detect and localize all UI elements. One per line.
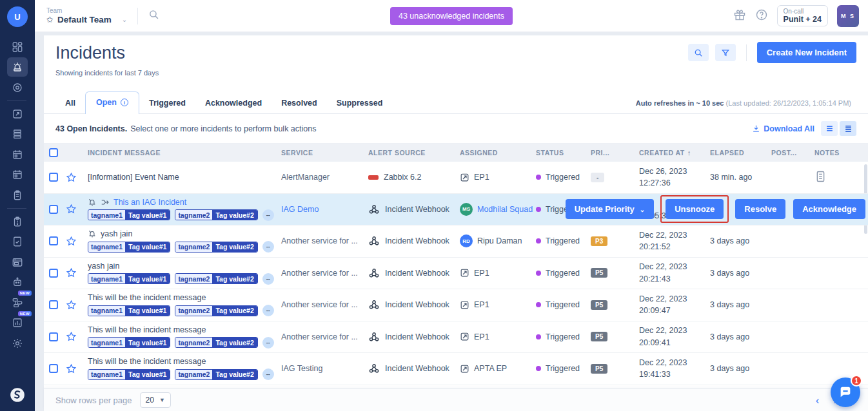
row-checkbox[interactable] [49,332,58,341]
assignee-name[interactable]: Modhilal Squad [477,205,533,214]
more-tags-button[interactable]: -- [262,273,274,285]
help-icon[interactable] [755,8,768,24]
column-header-created-at[interactable]: CREATED AT↑ [639,149,710,157]
create-new-incident-button[interactable]: Create New Incident [757,42,856,63]
rows-per-page-select[interactable]: 20▼ [140,392,171,408]
tab-triggered[interactable]: Triggered [139,93,195,113]
sidebar-item-schedules[interactable] [7,145,28,164]
column-header-service[interactable]: SERVICE [281,149,368,157]
sidebar-item-schedules-v2[interactable] [7,165,28,184]
column-header-elapsed[interactable]: ELAPSED [710,149,771,157]
column-header-assigned[interactable]: ASSIGNED [460,149,536,157]
incident-message[interactable]: This will be the incident message [88,293,206,302]
priority-badge[interactable]: P5 [591,268,607,278]
team-selector[interactable]: Team ✩ Default Team ⌄ [46,7,127,24]
notes-icon[interactable] [814,169,868,186]
sidebar-item-workflows[interactable]: NEW [7,293,28,312]
service-name[interactable]: Another service for ... [281,236,368,245]
star-icon[interactable] [66,267,77,278]
more-tags-button[interactable]: -- [262,337,274,349]
chat-widget-button[interactable]: 1 [831,378,860,407]
sidebar-item-status-checks[interactable] [7,232,28,251]
unacknowledged-incidents-badge[interactable]: 43 unacknowledged incidents [390,7,513,25]
row-checkbox[interactable] [49,236,58,245]
assignee-name[interactable]: EP1 [474,300,489,309]
sidebar-item-incidents[interactable] [7,57,28,77]
row-checkbox[interactable] [49,364,58,373]
sidebar-item-runbooks[interactable] [7,124,28,144]
more-tags-button[interactable]: -- [262,368,274,380]
global-search-icon[interactable] [148,9,159,23]
priority-badge[interactable]: P3 [591,236,607,246]
assignee-name[interactable]: EP1 [474,332,489,341]
row-checkbox[interactable] [49,300,58,309]
star-icon[interactable] [66,204,77,215]
more-tags-button[interactable]: -- [262,209,274,221]
sidebar-item-analytics[interactable] [7,313,28,332]
priority-badge[interactable]: P5 [591,332,607,341]
column-header-notes[interactable]: NOTES [814,149,868,157]
star-icon[interactable] [66,363,77,374]
assignee-name[interactable]: Ripu Daman [477,236,522,245]
tab-open[interactable]: Openi [85,91,139,114]
incident-message[interactable]: This will be the incident message [88,357,206,366]
search-incidents-button[interactable] [688,44,709,61]
prev-page-button[interactable]: ‹ [816,395,820,406]
acknowledge-button[interactable]: Acknowledge [793,199,865,219]
select-all-checkbox[interactable] [49,148,58,157]
column-header-alert-source[interactable]: ALERT SOURCE [368,149,460,157]
sidebar-item-dashboard[interactable] [7,37,28,57]
sidebar-item-postmortems[interactable] [7,186,28,205]
incident-message[interactable]: [Information] Event Name [88,173,179,182]
priority-badge[interactable]: P5 [591,300,607,310]
star-icon[interactable] [66,331,77,342]
oncall-widget[interactable]: On-call Punit + 24 [777,5,828,26]
service-name[interactable]: IAG Demo [281,205,368,214]
incident-message[interactable]: yash jain [101,229,132,238]
column-header-status[interactable]: STATUS [536,149,591,157]
priority-badge[interactable]: P5 [591,364,607,374]
star-icon[interactable] [66,300,77,311]
filter-button[interactable] [715,44,736,61]
gift-icon[interactable] [733,8,746,24]
star-icon[interactable] [66,236,77,247]
more-tags-button[interactable]: -- [262,305,274,316]
tab-suppressed[interactable]: Suppressed [327,93,393,113]
unsnooze-button[interactable]: Unsnooze [666,199,724,219]
priority-badge[interactable]: - [591,173,604,182]
incident-message[interactable]: yash jain [88,262,119,271]
tab-acknowledged[interactable]: Acknowledged [195,93,271,113]
column-header-incident-message[interactable]: INCIDENT MESSAGE [88,149,281,157]
compact-view-toggle[interactable] [821,121,838,136]
more-tags-button[interactable]: -- [262,241,274,253]
detailed-view-toggle[interactable] [840,121,856,136]
user-avatar[interactable]: M S [837,5,859,27]
assignee-name[interactable]: EP1 [474,269,489,278]
resolve-button[interactable]: Resolve [735,199,785,219]
column-header-pri[interactable]: PRI... [591,149,639,157]
sidebar-item-tasks[interactable] [7,212,28,231]
org-avatar[interactable]: U [7,6,28,27]
sidebar-item-status-page[interactable] [7,253,28,272]
row-checkbox[interactable] [49,205,58,214]
download-all-button[interactable]: Download All [752,124,814,133]
service-name[interactable]: Another service for ... [281,300,368,309]
assignee-name[interactable]: EP1 [474,173,489,182]
sidebar-item-escalation-policies[interactable] [7,104,28,124]
sidebar-item-squad-ai[interactable]: NEW [7,272,28,292]
incident-message[interactable]: This an IAG Incident [113,198,186,207]
row-checkbox[interactable] [49,269,58,278]
service-name[interactable]: IAG Testing [281,364,368,373]
service-name[interactable]: Another service for ... [281,269,368,278]
sidebar-item-settings[interactable] [7,334,28,353]
sidebar-item-services[interactable] [7,78,28,97]
tab-all[interactable]: All [55,93,85,113]
update-priority-button[interactable]: Update Priority⌄ [566,199,655,219]
row-checkbox[interactable] [49,173,58,182]
service-name[interactable]: AlertManager [281,173,368,182]
tab-resolved[interactable]: Resolved [271,93,327,113]
star-icon[interactable] [66,172,77,183]
squadcast-logo-icon[interactable] [7,385,28,405]
service-name[interactable]: Another service for ... [281,332,368,341]
incident-message[interactable]: This will be the incident message [88,325,206,334]
